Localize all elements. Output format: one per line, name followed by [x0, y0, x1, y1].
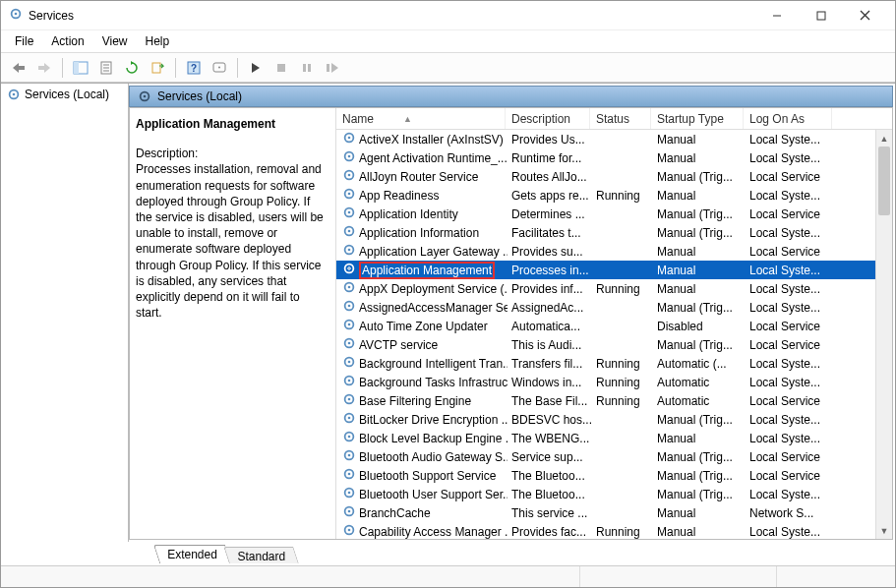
service-row[interactable]: Bluetooth Support ServiceThe Bluetoo...M…: [336, 466, 892, 485]
help-popup-button[interactable]: [208, 56, 231, 80]
service-row[interactable]: AppX Deployment Service (...Provides inf…: [336, 279, 892, 298]
cell-log-on-as: Local Service: [746, 469, 834, 483]
service-row[interactable]: Auto Time Zone UpdaterAutomatica...Disab…: [336, 317, 892, 335]
vertical-scrollbar[interactable]: ▲ ▼: [875, 130, 892, 539]
svg-point-26: [144, 95, 147, 98]
cell-startup-type: Automatic (...: [653, 357, 746, 371]
menu-action[interactable]: Action: [43, 32, 91, 50]
cell-startup-type: Manual: [653, 245, 746, 259]
cell-startup-type: Automatic: [653, 394, 746, 408]
scroll-down-icon[interactable]: ▼: [876, 522, 892, 539]
service-row[interactable]: Background Intelligent Tran...Transfers …: [336, 354, 892, 373]
service-gear-icon: [342, 430, 356, 446]
service-row[interactable]: BranchCacheThis service ...ManualNetwork…: [336, 503, 892, 522]
service-row[interactable]: App ReadinessGets apps re...RunningManua…: [336, 186, 892, 205]
service-row[interactable]: AssignedAccessManager Se...AssignedAc...…: [336, 298, 892, 317]
tree-root-label: Services (Local): [25, 88, 109, 101]
col-header-description[interactable]: Description: [506, 108, 590, 129]
tab-extended[interactable]: Extended: [153, 545, 231, 563]
refresh-button[interactable]: [120, 56, 144, 80]
cell-log-on-as: Local Service: [746, 450, 834, 464]
svg-point-44: [348, 286, 351, 289]
cell-description: Determines ...: [508, 207, 592, 221]
service-row[interactable]: ActiveX Installer (AxInstSV)Provides Us.…: [336, 130, 892, 148]
svg-point-46: [348, 305, 351, 308]
service-row[interactable]: AVCTP serviceThis is Audi...Manual (Trig…: [336, 335, 892, 354]
cell-description: Automatica...: [508, 320, 592, 333]
service-row[interactable]: Block Level Backup Engine ...The WBENG..…: [336, 429, 892, 447]
cell-startup-type: Manual (Trig...: [653, 207, 746, 221]
svg-point-28: [348, 137, 351, 140]
svg-point-64: [348, 473, 351, 476]
svg-point-54: [348, 380, 351, 382]
status-bar: [1, 565, 895, 587]
cell-description: The Bluetoo...: [508, 488, 592, 501]
service-gear-icon: [342, 187, 356, 204]
start-service-button[interactable]: [244, 56, 268, 80]
svg-point-32: [348, 174, 351, 177]
menu-help[interactable]: Help: [138, 32, 178, 50]
right-pane-header: Services (Local): [129, 86, 893, 107]
cell-startup-type: Manual (Trig...: [653, 170, 746, 184]
service-gear-icon: [342, 299, 356, 316]
service-row[interactable]: Capability Access Manager ...Provides fa…: [336, 522, 892, 539]
service-row[interactable]: BitLocker Drive Encryption ...BDESVC hos…: [336, 410, 892, 429]
restart-service-button[interactable]: [321, 56, 344, 80]
service-row[interactable]: Bluetooth User Support Ser...The Bluetoo…: [336, 485, 892, 503]
tree-root-services-local[interactable]: Services (Local): [3, 86, 126, 103]
back-button[interactable]: [7, 56, 30, 80]
cell-log-on-as: Local Syste...: [746, 189, 834, 203]
cell-log-on-as: Local Syste...: [746, 488, 834, 501]
tab-standard[interactable]: Standard: [223, 547, 298, 563]
export-button[interactable]: [146, 56, 169, 80]
close-button[interactable]: [843, 2, 887, 29]
cell-log-on-as: Local Service: [746, 394, 834, 408]
service-row[interactable]: Base Filtering EngineThe Base Fil...Runn…: [336, 391, 892, 410]
service-row[interactable]: Application InformationFacilitates t...M…: [336, 223, 892, 242]
col-header-name[interactable]: Name▲: [336, 108, 506, 129]
menu-file[interactable]: File: [7, 32, 41, 50]
service-row[interactable]: Agent Activation Runtime_...Runtime for.…: [336, 148, 892, 167]
menu-view[interactable]: View: [94, 32, 136, 50]
col-header-startup-type[interactable]: Startup Type: [651, 108, 744, 129]
show-hide-tree-button[interactable]: [69, 56, 92, 80]
scroll-thumb[interactable]: [878, 147, 890, 215]
app-icon: [9, 7, 23, 24]
col-header-log-on-as[interactable]: Log On As: [744, 108, 832, 129]
service-gear-icon: [342, 411, 356, 428]
stop-service-button[interactable]: [269, 56, 293, 80]
service-gear-icon: [342, 467, 356, 484]
svg-rect-14: [152, 63, 160, 73]
cell-description: Gets apps re...: [508, 189, 592, 203]
cell-description: This service ...: [508, 506, 592, 520]
service-gear-icon: [342, 523, 356, 539]
svg-point-24: [13, 93, 16, 96]
cell-log-on-as: Local Syste...: [746, 226, 834, 240]
scroll-up-icon[interactable]: ▲: [876, 130, 892, 147]
cell-description: BDESVC hos...: [508, 413, 592, 427]
cell-description: The Bluetoo...: [508, 469, 592, 483]
forward-button[interactable]: [32, 56, 56, 80]
svg-point-38: [348, 230, 351, 233]
navigation-tree: Services (Local): [1, 84, 129, 542]
cell-name: Application Identity: [338, 206, 508, 222]
svg-point-70: [348, 529, 351, 532]
help-button[interactable]: ?: [182, 56, 206, 80]
maximize-button[interactable]: [799, 2, 843, 29]
pause-service-button[interactable]: [295, 56, 319, 80]
cell-startup-type: Manual: [653, 506, 746, 520]
cell-name: Capability Access Manager ...: [338, 523, 508, 539]
service-row[interactable]: Application Layer Gateway ...Provides su…: [336, 242, 892, 261]
properties-button[interactable]: [94, 56, 118, 80]
service-row[interactable]: Application IdentityDetermines ...Manual…: [336, 205, 892, 223]
cell-name: Base Filtering Engine: [338, 392, 508, 409]
minimize-button[interactable]: [754, 2, 799, 29]
service-gear-icon: [342, 448, 356, 465]
service-row[interactable]: Background Tasks Infrastruc...Windows in…: [336, 373, 892, 391]
col-header-status[interactable]: Status: [590, 108, 651, 129]
service-row[interactable]: AllJoyn Router ServiceRoutes AllJo...Man…: [336, 167, 892, 186]
service-row[interactable]: Bluetooth Audio Gateway S...Service sup.…: [336, 447, 892, 466]
cell-name: Block Level Backup Engine ...: [338, 430, 508, 446]
service-row[interactable]: Application ManagementProcesses in...Man…: [336, 261, 892, 279]
svg-rect-3: [817, 12, 825, 20]
